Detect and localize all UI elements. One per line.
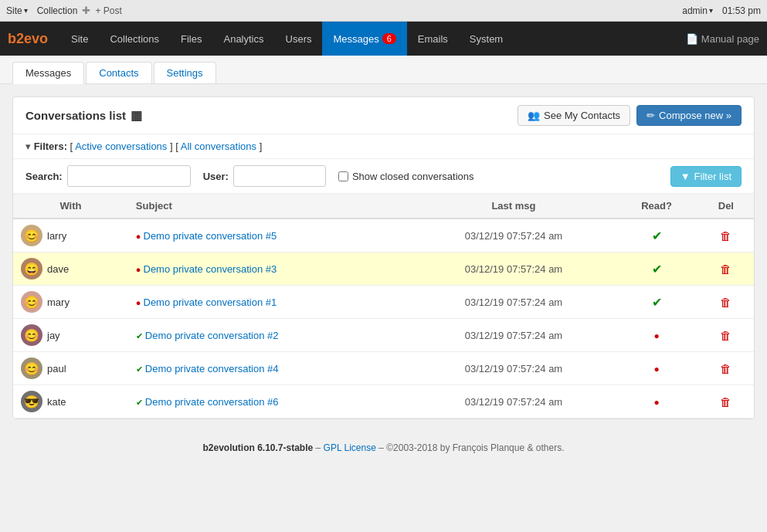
subject-cell: ✔Demo private conversation #6	[128, 385, 412, 418]
tab-messages[interactable]: Messages	[12, 62, 84, 84]
tab-contacts[interactable]: Contacts	[86, 62, 151, 83]
subject-cell: ●Demo private conversation #5	[128, 219, 412, 252]
username: paul	[47, 363, 66, 374]
col-lastmsg: Last msg	[412, 194, 615, 219]
conv-title: Conversations list ▦	[25, 108, 142, 123]
last-msg-cell: 03/12/19 07:57:24 am	[412, 219, 615, 252]
search-group: Search:	[25, 165, 191, 187]
read-check-icon: ✔	[136, 398, 143, 407]
nav-users[interactable]: Users	[275, 22, 323, 56]
username: jay	[47, 330, 60, 341]
delete-icon[interactable]: 🗑	[720, 229, 731, 242]
nav-messages[interactable]: Messages 6	[322, 22, 406, 56]
filters-label: Filters:	[34, 141, 67, 152]
read-check-icon: ✔	[136, 364, 143, 374]
conversation-link[interactable]: Demo private conversation #5	[144, 230, 277, 242]
read-cell: ●	[615, 352, 697, 385]
topbar: Site ▾ Collection ✚ + Post admin ▾ 01:53…	[0, 0, 767, 22]
col-with: With	[13, 194, 128, 219]
manual-icon: 📄	[686, 33, 698, 45]
delete-icon[interactable]: 🗑	[720, 329, 731, 342]
messages-badge: 6	[382, 33, 396, 44]
read-status-check: ✔	[652, 229, 662, 242]
last-msg-cell: 03/12/19 07:57:24 am	[412, 352, 615, 385]
navbar-right: 📄 Manual page	[686, 33, 759, 45]
nav-files[interactable]: Files	[170, 22, 212, 56]
filter-arrow-icon: ▾	[25, 141, 31, 152]
delete-icon[interactable]: 🗑	[720, 296, 731, 309]
nav-emails[interactable]: Emails	[407, 22, 459, 56]
table-row: 😎 kate ✔Demo private conversation #6 03/…	[13, 385, 754, 418]
delete-cell: 🗑	[698, 252, 754, 286]
conversation-link[interactable]: Demo private conversation #1	[144, 296, 277, 308]
read-cell: ✔	[615, 252, 697, 286]
delete-cell: 🗑	[698, 352, 754, 385]
nav-analytics[interactable]: Analytics	[212, 22, 274, 56]
brand-logo[interactable]: b2evo	[8, 31, 48, 47]
username: kate	[47, 396, 66, 408]
table-header: With Subject Last msg Read? Del	[13, 194, 754, 219]
manual-link[interactable]: Manual page	[701, 33, 759, 45]
delete-icon[interactable]: 🗑	[720, 362, 731, 375]
delete-icon[interactable]: 🗑	[720, 395, 731, 408]
delete-icon[interactable]: 🗑	[720, 263, 731, 276]
site-arrow: ▾	[24, 6, 28, 15]
conversation-link[interactable]: Demo private conversation #6	[145, 396, 279, 408]
footer-license-link[interactable]: GPL License	[324, 442, 376, 453]
all-conversations-link[interactable]: All conversations	[181, 141, 256, 152]
conversation-link[interactable]: Demo private conversation #4	[145, 363, 279, 374]
site-menu[interactable]: Site ▾	[6, 5, 28, 16]
conversations-table: With Subject Last msg Read? Del 😊 larry …	[13, 194, 754, 418]
unread-dot-icon: ●	[136, 265, 141, 274]
tab-settings[interactable]: Settings	[154, 62, 216, 83]
footer-copyright: ©2003-2018 by François Planque & others.	[386, 442, 564, 453]
footer-separator2: –	[378, 442, 386, 453]
time-display: 01:53 pm	[722, 5, 761, 16]
col-subject: Subject	[128, 194, 412, 219]
post-label[interactable]: + Post	[95, 5, 121, 16]
read-status-check: ✔	[652, 296, 662, 309]
read-cell: ✔	[615, 286, 697, 319]
table-row: 😊 larry ●Demo private conversation #5 03…	[13, 219, 754, 252]
nav-collections[interactable]: Collections	[99, 22, 170, 56]
active-conversations-link[interactable]: Active conversations	[75, 141, 167, 152]
table-body: 😊 larry ●Demo private conversation #5 03…	[13, 219, 754, 418]
admin-menu[interactable]: admin ▾	[682, 5, 713, 16]
search-input[interactable]	[67, 165, 191, 187]
read-cell: ●	[615, 319, 697, 352]
read-check-icon: ✔	[136, 331, 143, 341]
user-cell: 😄 dave	[13, 252, 128, 286]
delete-cell: 🗑	[698, 219, 754, 252]
see-contacts-button[interactable]: 👥 See My Contacts	[518, 105, 630, 126]
user-input[interactable]	[233, 165, 326, 187]
conversations-panel: Conversations list ▦ 👥 See My Contacts ✏…	[12, 97, 755, 419]
avatar: 😎	[21, 391, 42, 412]
read-cell: ✔	[615, 219, 697, 252]
read-status-check: ✔	[652, 263, 662, 276]
read-cell: ●	[615, 385, 697, 418]
header-row: With Subject Last msg Read? Del	[13, 194, 754, 219]
filters-bar: ▾ Filters: [ Active conversations ] [ Al…	[13, 134, 754, 159]
conversation-link[interactable]: Demo private conversation #3	[144, 263, 277, 275]
user-group: User:	[203, 165, 326, 187]
site-label: Site	[6, 5, 22, 16]
compose-button[interactable]: ✏ Compose new »	[636, 105, 742, 126]
tabs-bar: Messages Contacts Settings	[0, 56, 767, 84]
collection-label[interactable]: Collection	[37, 5, 78, 16]
unread-status-dot: ●	[653, 397, 659, 408]
navbar: b2evo Site Collections Files Analytics U…	[0, 22, 767, 56]
subject-cell: ✔Demo private conversation #4	[128, 352, 412, 385]
username: mary	[47, 296, 70, 308]
col-read: Read?	[615, 194, 697, 219]
show-closed-group: Show closed conversations	[338, 171, 474, 182]
plus-icon: ✚	[82, 5, 90, 16]
nav-site[interactable]: Site	[60, 22, 99, 56]
show-closed-checkbox[interactable]	[338, 171, 348, 181]
conversation-link[interactable]: Demo private conversation #2	[145, 330, 279, 341]
table-row: 😊 mary ●Demo private conversation #1 03/…	[13, 286, 754, 319]
nav-system[interactable]: System	[459, 22, 514, 56]
admin-label: admin	[682, 5, 708, 16]
last-msg-cell: 03/12/19 07:57:24 am	[412, 252, 615, 286]
filter-list-button[interactable]: ▼ Filter list	[670, 166, 742, 187]
username: larry	[47, 230, 66, 242]
